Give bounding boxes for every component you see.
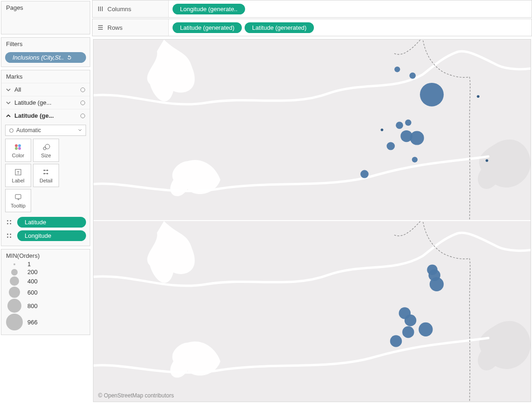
rows-pill[interactable]: Latitude (generated) [173,22,242,33]
rows-pill[interactable]: Latitude (generated) [245,22,314,33]
marks-all-label: All [14,86,21,93]
data-bubble[interactable] [412,157,418,162]
shelves-area: Columns Longitude (generate.. Rows Latit… [92,0,532,37]
detail-icon [5,232,13,240]
data-bubble[interactable] [420,83,444,107]
marks-lat1-label: Latitude (ge... [14,99,52,106]
size-label: Size [41,153,51,158]
color-button[interactable]: Color [5,139,31,162]
map-attribution: © OpenStreetMap contributors [98,392,174,399]
chevron-down-icon [6,101,11,105]
detail-pill-longitude[interactable]: Longitude [17,230,86,241]
data-bubble[interactable] [394,67,400,72]
data-bubble[interactable] [427,264,438,275]
svg-point-19 [7,234,8,235]
marks-card[interactable]: Marks All Latitude (ge... Latitude (ge. [1,70,90,246]
svg-point-0 [15,144,18,147]
legend-row: 966 [5,313,86,331]
legend-size-circle [9,287,20,298]
color-label: Color [12,153,24,158]
detail-pill-latitude-row[interactable]: Latitude [5,217,86,228]
svg-point-20 [10,234,11,235]
svg-point-21 [7,236,8,238]
reset-icon [66,55,72,60]
mark-type-dropdown[interactable]: Automatic [5,125,86,136]
tooltip-button[interactable]: Tooltip [5,189,31,212]
legend-size-circle [13,263,15,265]
detail-pill-longitude-row[interactable]: Longitude [5,230,86,241]
rows-label: Rows [107,24,123,31]
legend-row: 400 [5,276,86,286]
columns-shelf[interactable]: Columns Longitude (generate.. [92,0,532,18]
legend-size-circle [11,269,18,275]
legend-row: 1 [5,260,86,268]
size-button[interactable]: Size [33,139,59,162]
filter-pill-label: Inclusions (City,St.. [13,54,64,61]
data-bubble[interactable] [405,315,416,326]
chevron-up-icon [6,114,11,118]
data-bubble[interactable] [477,95,479,98]
svg-rect-28 [98,29,103,30]
chevron-down-icon [6,87,11,92]
marks-title: Marks [1,70,90,83]
data-bubble[interactable] [430,277,444,291]
svg-rect-26 [98,25,103,26]
rows-icon [97,24,104,31]
marks-item-lat-1[interactable]: Latitude (ge... [1,96,90,109]
data-bubble[interactable] [360,170,369,178]
legend-value: 600 [27,289,38,296]
viz-area[interactable]: © OpenStreetMap contributors [93,39,531,402]
data-bubble[interactable] [396,121,403,129]
legend-row: 200 [5,268,86,276]
size-legend[interactable]: MIN(Orders) 1200400600800966 [1,249,90,335]
data-bubble[interactable] [409,73,416,79]
label-button[interactable]: T Label [5,164,31,187]
svg-point-15 [7,220,8,222]
detail-pill-latitude[interactable]: Latitude [17,217,86,228]
marks-lat2-label: Latitude (ge... [14,112,54,119]
detail-icon [5,219,13,226]
data-bubble[interactable] [381,128,384,131]
size-icon [42,143,50,151]
tooltip-icon [14,193,22,202]
data-bubble[interactable] [405,120,412,126]
svg-rect-25 [102,7,103,11]
data-bubble[interactable] [400,130,412,142]
detail-button[interactable]: Detail [33,164,59,187]
columns-pill[interactable]: Longitude (generate.. [173,4,245,14]
map-top[interactable] [93,40,531,220]
filters-title: Filters [1,38,90,50]
legend-size-circle [6,314,23,330]
pages-title: Pages [1,1,90,14]
filters-card[interactable]: Filters Inclusions (City,St.. [1,37,90,67]
rows-shelf[interactable]: Rows Latitude (generated)Latitude (gener… [92,19,532,36]
label-label: Label [12,178,25,183]
color-icon [14,143,22,151]
marks-item-all[interactable]: All [1,83,90,96]
map-bottom[interactable] [93,220,531,402]
legend-size-circle [7,299,21,313]
marks-item-lat-2[interactable]: Latitude (ge... [1,109,90,122]
detail-label-txt: Detail [40,178,53,183]
tooltip-label: Tooltip [11,203,26,208]
legend-value: 200 [27,269,38,275]
mark-type-label: Automatic [16,127,41,134]
svg-point-2 [15,147,18,150]
svg-point-4 [43,147,46,150]
filter-pill-inclusions[interactable]: Inclusions (City,St.. [5,52,86,63]
circle-icon [9,128,13,133]
data-bubble[interactable] [485,159,488,162]
columns-label: Columns [107,6,131,13]
svg-point-3 [18,147,21,150]
legend-value: 400 [27,278,38,285]
data-bubble[interactable] [390,335,402,347]
data-bubble[interactable] [386,142,395,150]
svg-point-17 [7,223,8,224]
svg-rect-14 [15,195,21,199]
svg-point-5 [45,144,50,149]
data-bubble[interactable] [402,326,414,338]
legend-title: MIN(Orders) [1,249,90,260]
pages-card[interactable]: Pages [1,1,90,34]
data-bubble[interactable] [419,322,432,336]
svg-rect-27 [98,27,103,28]
